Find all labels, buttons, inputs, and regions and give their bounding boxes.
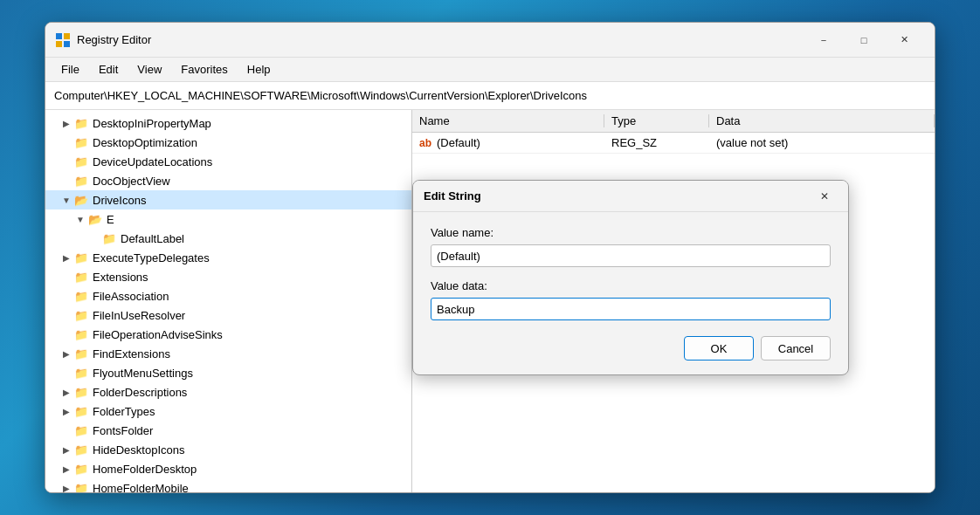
value-name-input[interactable] <box>431 244 831 267</box>
value-data-label: Value data: <box>431 279 831 292</box>
modal-overlay: Edit String ✕ Value name: Value data: OK… <box>45 23 935 492</box>
ok-button[interactable]: OK <box>684 336 754 360</box>
registry-editor-window: Registry Editor − □ ✕ File Edit View Fav… <box>45 22 935 493</box>
dialog-buttons: OK Cancel <box>431 333 831 360</box>
dialog-body: Value name: Value data: OK Cancel <box>413 212 848 374</box>
value-name-label: Value name: <box>431 226 831 239</box>
dialog-title-bar: Edit String ✕ <box>413 181 848 212</box>
dialog-title: Edit String <box>424 189 811 203</box>
dialog-close-button[interactable]: ✕ <box>811 186 838 207</box>
edit-string-dialog: Edit String ✕ Value name: Value data: OK… <box>412 180 849 375</box>
value-data-input[interactable] <box>431 298 831 320</box>
cancel-button[interactable]: Cancel <box>761 336 831 360</box>
